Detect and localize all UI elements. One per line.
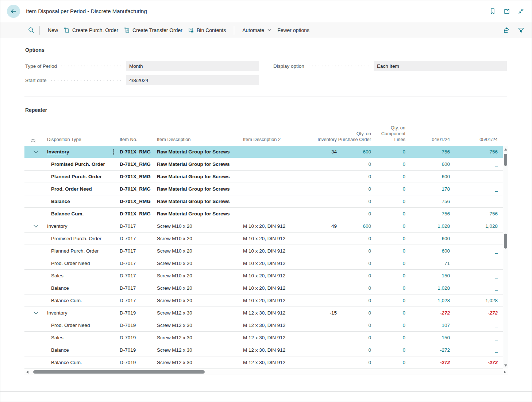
- table-row[interactable]: Prod. Order Need D-7017 Screw M10 x 20 M…: [24, 257, 503, 270]
- cell-qty-on-component-lines[interactable]: 0: [371, 347, 405, 353]
- cell-04-01-24[interactable]: 178: [405, 186, 450, 192]
- create-transfer-order-button[interactable]: Create Transfer Order: [121, 26, 185, 35]
- cell-04-01-24[interactable]: 600: [405, 236, 450, 241]
- cell-qty-on-purchase-order[interactable]: 0: [337, 186, 371, 192]
- table-row[interactable]: Inventory D-7017 Screw M10 x 20 M 10 x 2…: [24, 220, 503, 233]
- column-header-item-description[interactable]: Item Description: [156, 137, 242, 146]
- collapse-window-icon[interactable]: [518, 8, 524, 15]
- cell-item-description[interactable]: Raw Material Group for Screws: [156, 199, 242, 204]
- cell-05-01-24[interactable]: 1,028: [450, 298, 498, 303]
- cell-qty-on-purchase-order[interactable]: 0: [337, 248, 371, 254]
- cell-qty-on-purchase-order[interactable]: 0: [337, 323, 371, 328]
- cell-05-01-24[interactable]: _: [450, 174, 498, 179]
- share-icon[interactable]: [503, 27, 510, 34]
- cell-04-01-24[interactable]: 71: [405, 261, 450, 266]
- cell-disposition-type[interactable]: Planned Purch. Order: [41, 174, 116, 179]
- cell-05-01-24[interactable]: 1,028: [450, 223, 498, 229]
- cell-04-01-24[interactable]: 600: [405, 174, 450, 179]
- scroll-down-arrow[interactable]: [504, 364, 507, 367]
- cell-item-description[interactable]: Screw M10 x 20: [156, 236, 242, 241]
- cell-item-description-2[interactable]: M 10 x 20, DIN 912: [242, 285, 314, 291]
- cell-05-01-24[interactable]: _: [450, 186, 498, 192]
- cell-item-description[interactable]: Screw M12 x 30: [156, 335, 242, 340]
- row-menu-icon[interactable]: [113, 149, 116, 155]
- cell-qty-on-purchase-order[interactable]: 0: [337, 211, 371, 216]
- cell-disposition-type[interactable]: Balance Cum.: [41, 211, 116, 216]
- table-row[interactable]: Planned Purch. Order D-7017 Screw M10 x …: [24, 245, 503, 257]
- cell-04-01-24[interactable]: 756: [405, 211, 450, 216]
- cell-disposition-type[interactable]: Balance: [41, 199, 116, 204]
- cell-item-description[interactable]: Raw Material Group for Screws: [156, 149, 242, 155]
- expand-chevron-icon[interactable]: [34, 151, 38, 153]
- cell-item-no[interactable]: D-701X_RMG: [116, 149, 156, 155]
- bin-contents-button[interactable]: Bin Contents: [185, 26, 229, 35]
- cell-qty-on-component-lines[interactable]: 0: [371, 310, 405, 316]
- cell-item-no[interactable]: D-701X_RMG: [116, 186, 156, 192]
- cell-disposition-type[interactable]: Sales: [41, 335, 116, 340]
- collapse-all-rows-button[interactable]: [24, 138, 41, 146]
- cell-05-01-24[interactable]: 756: [450, 211, 498, 216]
- cell-item-description[interactable]: Screw M12 x 30: [156, 360, 242, 365]
- cell-qty-on-purchase-order[interactable]: 0: [337, 347, 371, 353]
- cell-item-description-2[interactable]: M 10 x 20, DIN 912: [242, 236, 314, 241]
- cell-qty-on-purchase-order[interactable]: 0: [337, 335, 371, 340]
- vertical-scroll-thumb[interactable]: [504, 154, 507, 166]
- cell-qty-on-component-lines[interactable]: 0: [371, 273, 405, 278]
- cell-04-01-24[interactable]: 1,028: [405, 298, 450, 303]
- cell-item-no[interactable]: D-7017: [116, 236, 156, 241]
- scroll-right-arrow[interactable]: [504, 371, 506, 374]
- table-row[interactable]: Balance Cum. D-7017 Screw M10 x 20 M 10 …: [24, 294, 503, 307]
- cell-item-no[interactable]: D-701X_RMG: [116, 174, 156, 179]
- cell-item-no[interactable]: D-7019: [116, 310, 156, 316]
- cell-disposition-type[interactable]: Inventory: [41, 149, 116, 155]
- table-row[interactable]: Inventory D-7019 Screw M12 x 30 M 12 x 3…: [24, 307, 503, 319]
- filter-icon[interactable]: [518, 27, 524, 34]
- cell-qty-on-component-lines[interactable]: 0: [371, 199, 405, 204]
- cell-disposition-type[interactable]: Prod. Order Need: [41, 186, 116, 192]
- cell-04-01-24[interactable]: 1,028: [405, 285, 450, 291]
- cell-inventory[interactable]: 49: [314, 223, 337, 229]
- cell-disposition-type[interactable]: Planned Purch. Order: [41, 248, 116, 254]
- cell-disposition-type[interactable]: Balance Cum.: [41, 360, 116, 365]
- cell-disposition-type[interactable]: Balance Cum.: [41, 298, 116, 303]
- cell-qty-on-component-lines[interactable]: 0: [371, 211, 405, 216]
- cell-04-01-24[interactable]: 756: [405, 199, 450, 204]
- cell-04-01-24[interactable]: 600: [405, 161, 450, 167]
- cell-qty-on-purchase-order[interactable]: 0: [337, 161, 371, 167]
- cell-05-01-24[interactable]: _: [450, 285, 498, 291]
- cell-05-01-24[interactable]: _: [450, 347, 498, 353]
- cell-item-no[interactable]: D-7019: [116, 360, 156, 365]
- cell-item-no[interactable]: D-7017: [116, 273, 156, 278]
- cell-inventory[interactable]: 34: [314, 149, 337, 155]
- column-header-item-no[interactable]: Item No.: [116, 137, 156, 146]
- cell-qty-on-component-lines[interactable]: 0: [371, 335, 405, 340]
- cell-item-description[interactable]: Screw M10 x 20: [156, 298, 242, 303]
- cell-item-description-2[interactable]: M 12 x 30, DIN 912: [242, 347, 314, 353]
- cell-qty-on-component-lines[interactable]: 0: [371, 248, 405, 254]
- cell-item-description-2[interactable]: M 10 x 20, DIN 912: [242, 298, 314, 303]
- cell-disposition-type[interactable]: Balance: [41, 285, 116, 291]
- cell-qty-on-purchase-order[interactable]: 0: [337, 285, 371, 291]
- cell-qty-on-component-lines[interactable]: 0: [371, 174, 405, 179]
- cell-05-01-24[interactable]: _: [450, 323, 498, 328]
- cell-item-no[interactable]: D-7017: [116, 261, 156, 266]
- cell-05-01-24[interactable]: _: [450, 236, 498, 241]
- cell-qty-on-component-lines[interactable]: 0: [371, 261, 405, 266]
- cell-item-description-2[interactable]: M 10 x 20, DIN 912: [242, 261, 314, 266]
- cell-qty-on-purchase-order[interactable]: 0: [337, 273, 371, 278]
- table-row[interactable]: Balance Cum. D-701X_RMG Raw Material Gro…: [24, 208, 503, 220]
- cell-04-01-24[interactable]: 600: [405, 248, 450, 254]
- search-icon[interactable]: [28, 27, 34, 33]
- table-row[interactable]: Balance D-7019 Screw M12 x 30 M 12 x 30,…: [24, 344, 503, 356]
- cell-qty-on-component-lines[interactable]: 0: [371, 149, 405, 155]
- cell-item-description-2[interactable]: M 12 x 30, DIN 912: [242, 323, 314, 328]
- cell-04-01-24[interactable]: 150: [405, 273, 450, 278]
- column-header-05-01-24[interactable]: 05/01/24: [450, 137, 498, 146]
- column-header-04-01-24[interactable]: 04/01/24: [405, 137, 450, 146]
- expand-chevron-icon[interactable]: [34, 225, 38, 228]
- table-row[interactable]: Balance D-701X_RMG Raw Material Group fo…: [24, 195, 503, 208]
- cell-qty-on-component-lines[interactable]: 0: [371, 323, 405, 328]
- column-header-qty-on-component-lines[interactable]: Qty. on Component Lines: [371, 125, 405, 146]
- cell-qty-on-purchase-order[interactable]: 0: [337, 261, 371, 266]
- cell-qty-on-component-lines[interactable]: 0: [371, 223, 405, 229]
